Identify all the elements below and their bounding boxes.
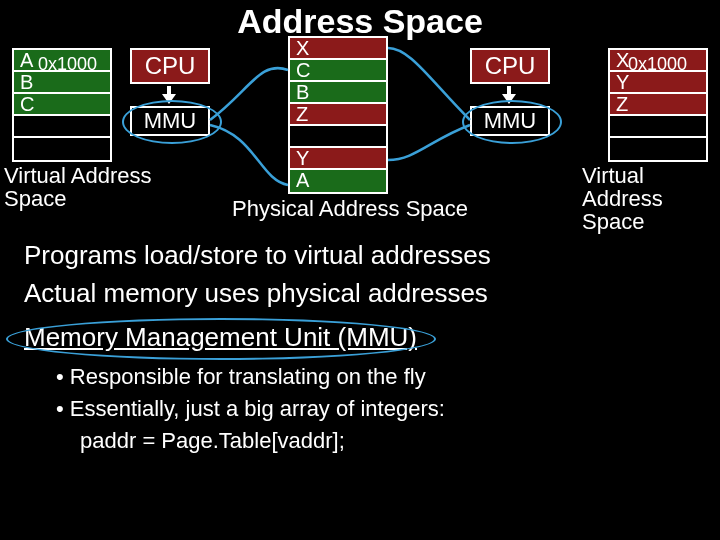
- phys-row: C: [290, 60, 386, 82]
- mmu-highlight-oval: [462, 100, 562, 144]
- physical-table: X C B Z Y A: [288, 36, 388, 194]
- physical-label: Physical Address Space: [232, 196, 468, 222]
- vas-row: [610, 116, 706, 138]
- left-vas-label-text: Virtual Address Space: [4, 163, 152, 211]
- bullet-1-text: Responsible for translating on the fly: [70, 364, 426, 389]
- right-vas-label-text: Virtual Address Space: [582, 163, 663, 234]
- body-line-2: Actual memory uses physical addresses: [24, 278, 488, 309]
- phys-row: Y: [290, 148, 386, 170]
- bullet-2: Essentially, just a big array of integer…: [56, 396, 445, 422]
- mmu-title-oval: [6, 318, 436, 360]
- vas-row: C: [14, 94, 110, 116]
- addr-overlay-right: 0x1000: [628, 54, 687, 75]
- cpu-box-left: CPU: [130, 48, 210, 84]
- mmu-highlight-oval: [122, 100, 222, 144]
- right-vas-label: Virtual Address Space: [582, 164, 720, 233]
- bullet-2-text: Essentially, just a big array of integer…: [70, 396, 445, 421]
- addr-overlay-left: 0x1000: [38, 54, 97, 75]
- vas-row: Z: [610, 94, 706, 116]
- vas-row: [14, 116, 110, 138]
- vas-row: B: [14, 72, 110, 94]
- phys-row: X: [290, 38, 386, 60]
- phys-row: B: [290, 82, 386, 104]
- body-line-1: Programs load/store to virtual addresses: [24, 240, 491, 271]
- vas-row: [14, 138, 110, 160]
- vas-row: Y: [610, 72, 706, 94]
- phys-row: Z: [290, 104, 386, 126]
- bullet-1: Responsible for translating on the fly: [56, 364, 426, 390]
- cpu-box-right: CPU: [470, 48, 550, 84]
- bullet-3: paddr = Page.Table[vaddr];: [80, 428, 345, 454]
- phys-row: [290, 126, 386, 148]
- phys-row: A: [290, 170, 386, 192]
- left-vas-label: Virtual Address Space: [4, 164, 152, 210]
- vas-row: [610, 138, 706, 160]
